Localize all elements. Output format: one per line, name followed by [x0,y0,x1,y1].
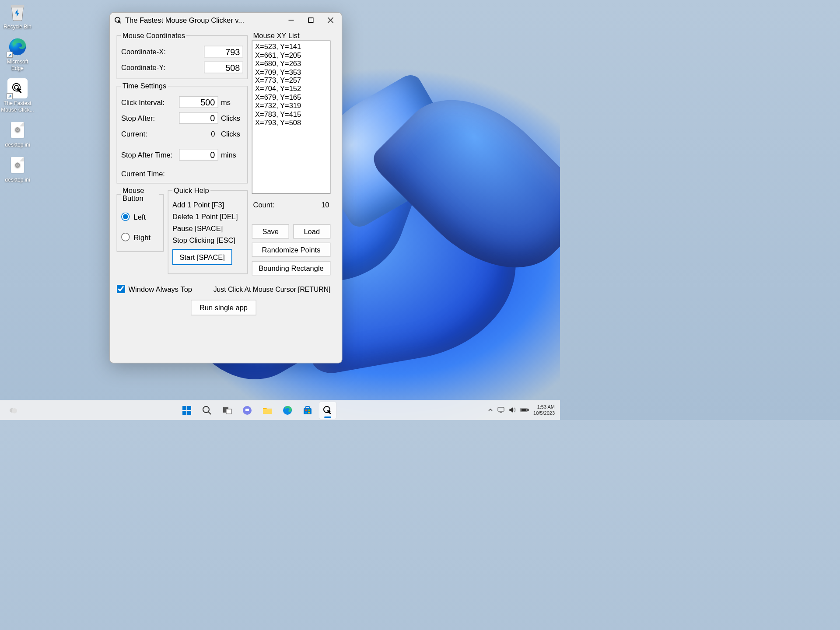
search-button[interactable] [198,402,216,419]
svg-rect-17 [226,409,231,414]
ini-file-icon [7,155,28,175]
svg-point-14 [203,406,209,413]
xy-list-item[interactable]: X=661, Y=205 [255,51,327,59]
window-title: The Fastest Mouse Group Clicker v... [125,16,281,24]
svg-rect-28 [498,407,504,411]
minimize-button[interactable] [281,14,301,27]
xy-list-item[interactable]: X=523, Y=141 [255,42,327,51]
xy-list-item[interactable]: X=680, Y=263 [255,60,327,68]
click-interval-label: Click Interval: [121,98,179,106]
svg-rect-31 [528,409,528,411]
tray-display-icon[interactable] [497,406,504,414]
desktop-icon-label: Microsoft Edge [0,59,35,71]
coord-y-input[interactable] [204,62,243,74]
always-top-checkbox[interactable]: Window Always Top [117,285,192,294]
svg-rect-32 [522,409,526,411]
bounding-button[interactable]: Bounding Rectangle [252,261,331,276]
maximize-button[interactable] [301,14,321,27]
desktop-icons: Recycle Bin ↗ Microsoft Edge ↗ The Faste… [0,2,39,190]
task-view-button[interactable] [218,402,236,419]
close-button[interactable] [321,14,340,27]
store-button[interactable] [299,402,316,419]
current-time-label: Current Time: [121,170,243,178]
svg-rect-10 [182,406,186,410]
taskbar-clock[interactable]: 1:53 AM 10/5/2023 [533,404,555,416]
svg-rect-26 [308,412,310,413]
taskbar-date: 10/5/2023 [533,410,555,416]
cursor-hint: Just Click At Mouse Cursor [RETURN] [214,285,331,293]
ini-file-icon [7,120,28,140]
unit-label: Clicks [221,114,243,122]
current-clicks-label: Current: [121,130,179,138]
start-button[interactable] [178,402,196,419]
xy-list-item[interactable]: X=704, Y=152 [255,84,327,93]
group-legend: Mouse Button [121,186,159,202]
svg-point-9 [12,408,17,413]
stop-after-input[interactable] [179,112,218,124]
explorer-button[interactable] [259,402,276,419]
xy-list-item[interactable]: X=793, Y=508 [255,119,327,127]
weather-widget[interactable] [4,402,22,419]
shortcut-arrow-icon: ↗ [7,52,13,58]
quick-help-group: Quick Help Add 1 Point [F3] Delete 1 Poi… [168,186,248,274]
desktop-icon-label: Recycle Bin [0,24,35,30]
svg-rect-24 [308,410,310,411]
group-legend: Time Settings [121,82,168,90]
xy-list-item[interactable]: X=679, Y=165 [255,93,327,102]
stop-time-input[interactable] [179,149,218,161]
svg-rect-19 [245,409,249,411]
save-button[interactable]: Save [252,224,290,239]
app-window: The Fastest Mouse Group Clicker v... Mou… [109,12,343,364]
desktop-icon-ini-2[interactable]: desktop.ini [0,155,35,183]
svg-rect-11 [187,406,191,410]
xy-list-item[interactable]: X=773, Y=257 [255,76,327,84]
click-interval-input[interactable] [179,96,218,108]
start-button[interactable]: Start [SPACE] [172,249,232,265]
tray-chevron-icon[interactable] [488,407,493,413]
help-line: Add 1 Point [F3] [172,201,243,209]
current-clicks-value: 0 [179,128,218,140]
time-settings-group: Time Settings Click Interval: ms Stop Af… [117,82,248,184]
xy-list-label: Mouse XY List [253,32,331,39]
desktop-icon-clicker[interactable]: ↗ The Fastest Mouse Click... [0,78,35,113]
mouse-left-radio[interactable]: Left [121,213,159,221]
recycle-bin-icon [7,2,28,22]
unit-label: mins [221,151,243,159]
coord-x-input[interactable] [204,46,243,58]
mouse-button-group: Mouse Button Left Right [117,186,164,252]
desktop-icon-label: The Fastest Mouse Click... [0,100,35,113]
svg-rect-13 [187,411,191,415]
edge-button[interactable] [279,402,296,419]
load-button[interactable]: Load [293,224,331,239]
svg-rect-23 [305,410,307,411]
help-line: Pause [SPACE] [172,224,243,232]
desktop-icon-recycle-bin[interactable]: Recycle Bin [0,2,35,30]
xy-list-item[interactable]: X=732, Y=319 [255,102,327,110]
help-line: Delete 1 Point [DEL] [172,213,243,220]
desktop-icon-label: desktop.ini [0,177,35,183]
unit-label: ms [221,98,243,106]
svg-rect-25 [305,412,307,413]
tray-battery-icon[interactable] [520,407,529,413]
tray-volume-icon[interactable] [509,406,516,414]
randomize-button[interactable]: Randomize Points [252,243,331,257]
stop-after-label: Stop After: [121,114,179,122]
desktop-icon-ini-1[interactable]: desktop.ini [0,120,35,148]
group-legend: Mouse Coordinates [121,32,186,39]
xy-list-item[interactable]: X=783, Y=415 [255,110,327,118]
edge-icon: ↗ [7,37,28,57]
xy-list-item[interactable]: X=709, Y=353 [255,68,327,76]
desktop-icon-edge[interactable]: ↗ Microsoft Edge [0,37,35,71]
titlebar[interactable]: The Fastest Mouse Group Clicker v... [110,13,342,28]
clicker-taskbar-button[interactable] [319,402,336,419]
group-legend: Quick Help [172,186,210,194]
taskbar: 1:53 AM 10/5/2023 [0,400,560,420]
shortcut-arrow-icon: ↗ [7,93,13,99]
chat-button[interactable] [238,402,256,419]
clicker-app-icon: ↗ [7,78,28,98]
desktop-icon-label: desktop.ini [0,142,35,148]
coord-y-label: Coordinate-Y: [121,63,204,71]
mouse-right-radio[interactable]: Right [121,233,159,242]
run-single-button[interactable]: Run single app [191,300,256,315]
xy-list[interactable]: X=523, Y=141X=661, Y=205X=680, Y=263X=70… [252,41,331,194]
